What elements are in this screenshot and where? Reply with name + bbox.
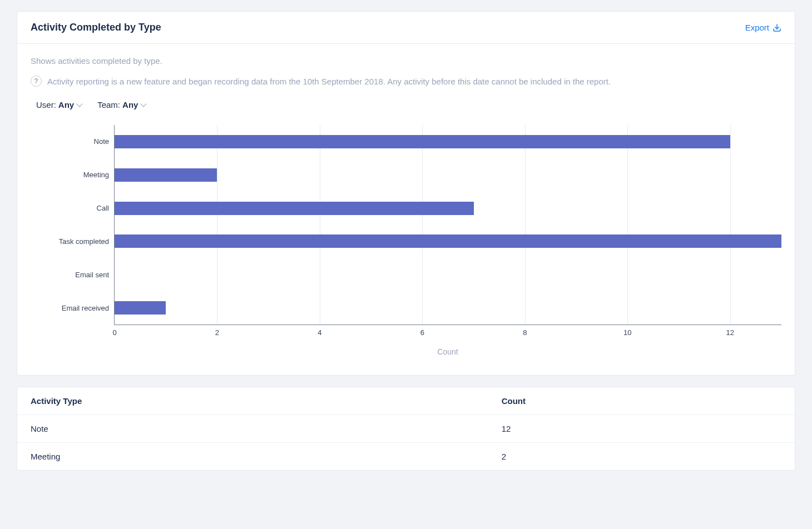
bar-row: Call xyxy=(115,202,781,215)
x-tick: 2 xyxy=(215,328,219,337)
info-row: ? Activity reporting is a new feature an… xyxy=(31,76,781,87)
export-label: Export xyxy=(745,23,769,32)
table-header-row: Activity Type Count xyxy=(17,387,795,415)
bar-chart: 024681012NoteMeetingCallTask completedEm… xyxy=(31,125,781,358)
table-panel: Activity Type Count Note12Meeting2 xyxy=(17,387,795,471)
col-count: Count xyxy=(488,387,795,415)
table-row: Meeting2 xyxy=(17,443,795,471)
bar-row: Note xyxy=(115,135,781,148)
bar[interactable] xyxy=(115,168,217,182)
user-filter-label: User: xyxy=(36,100,56,109)
bar-row: Task completed xyxy=(115,234,781,248)
grid-line xyxy=(525,125,526,325)
bar[interactable] xyxy=(115,202,474,215)
bar-row: Meeting xyxy=(115,168,781,182)
user-filter-value: Any xyxy=(58,100,74,109)
panel-header: Activity Completed by Type Export xyxy=(17,12,795,44)
export-button[interactable]: Export xyxy=(745,23,781,32)
x-tick: 6 xyxy=(420,328,424,337)
bar-row: Email sent xyxy=(115,268,781,281)
info-text: Activity reporting is a new feature and … xyxy=(47,77,611,86)
download-icon xyxy=(773,23,781,32)
bar-label: Call xyxy=(97,204,109,212)
x-tick: 0 xyxy=(112,328,116,337)
subtitle: Shows activities completed by type. xyxy=(31,56,781,66)
bar-label: Email sent xyxy=(75,271,109,279)
x-axis-title: Count xyxy=(114,347,781,356)
bar[interactable] xyxy=(115,234,781,248)
chart-panel: Activity Completed by Type Export Shows … xyxy=(17,11,795,376)
grid-line xyxy=(422,125,423,325)
panel-body: Shows activities completed by type. ? Ac… xyxy=(17,44,795,375)
filters: User: Any Team: Any xyxy=(31,100,781,109)
chevron-down-icon xyxy=(77,101,83,107)
user-filter[interactable]: User: Any xyxy=(36,100,82,109)
grid-line xyxy=(217,125,217,325)
bar-row: Email received xyxy=(115,301,781,315)
cell-activity-type: Note xyxy=(17,415,488,443)
bar-label: Email received xyxy=(62,304,109,312)
col-activity-type: Activity Type xyxy=(17,387,488,415)
grid-line xyxy=(627,125,628,325)
table-row: Note12 xyxy=(17,415,795,443)
bar-label: Meeting xyxy=(83,171,109,179)
x-tick: 4 xyxy=(318,328,321,337)
cell-activity-type: Meeting xyxy=(17,443,488,471)
team-filter[interactable]: Team: Any xyxy=(97,100,146,109)
team-filter-label: Team: xyxy=(97,100,120,109)
grid-line xyxy=(730,125,731,325)
cell-count: 12 xyxy=(488,415,795,443)
team-filter-value: Any xyxy=(122,100,138,109)
page-title: Activity Completed by Type xyxy=(31,22,161,33)
x-tick: 12 xyxy=(726,328,734,337)
grid-line xyxy=(320,125,320,325)
bar-label: Note xyxy=(94,137,109,146)
plot-area: 024681012NoteMeetingCallTask completedEm… xyxy=(114,125,781,325)
bar[interactable] xyxy=(115,135,730,148)
cell-count: 2 xyxy=(488,443,795,471)
activity-table: Activity Type Count Note12Meeting2 xyxy=(17,387,795,470)
bar[interactable] xyxy=(115,301,166,315)
x-tick: 8 xyxy=(523,328,527,337)
x-tick: 10 xyxy=(623,328,631,337)
help-icon[interactable]: ? xyxy=(31,76,42,87)
bar-label: Task completed xyxy=(59,237,109,246)
chevron-down-icon xyxy=(141,101,147,107)
